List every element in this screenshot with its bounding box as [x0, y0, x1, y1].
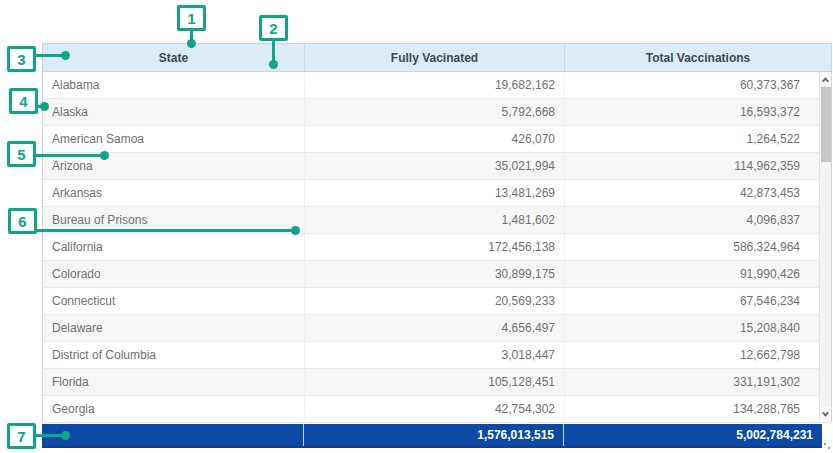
table-header-row: State Fully Vacinated Total Vaccinations [43, 44, 831, 72]
table-row[interactable]: District of Columbia 3,018,447 12,662,79… [43, 342, 831, 369]
callout-2: 2 [259, 15, 288, 41]
cell-fully-vaccinated: 35,021,994 [304, 153, 564, 179]
callout-1: 1 [177, 5, 206, 31]
cell-total-vaccinations: 91,990,426 [564, 261, 809, 287]
table-row[interactable]: Connecticut 20,569,233 67,546,234 [43, 288, 831, 315]
vertical-scrollbar[interactable] [819, 72, 831, 421]
cell-total-vaccinations: 586,324,964 [564, 234, 809, 260]
cell-total-vaccinations: 1,264,522 [564, 126, 809, 152]
cell-total-vaccinations: 4,096,837 [564, 207, 809, 233]
callout-5-dot [100, 151, 109, 160]
cell-fully-vaccinated: 3,018,447 [304, 342, 564, 368]
cell-state: American Samoa [43, 126, 304, 152]
callout-2-label: 2 [269, 20, 277, 37]
cell-fully-vaccinated: 30,899,175 [304, 261, 564, 287]
summary-cell-total-vaccinations: 5,002,784,231 [563, 424, 822, 446]
callout-2-connector [272, 41, 275, 61]
table-row[interactable]: Colorado 30,899,175 91,990,426 [43, 261, 831, 288]
table-row[interactable]: American Samoa 426,070 1,264,522 [43, 126, 831, 153]
cell-state: District of Columbia [43, 342, 304, 368]
resize-grip-dot [824, 443, 826, 445]
chevron-up-icon [822, 77, 829, 84]
cell-fully-vaccinated: 105,128,451 [304, 369, 564, 395]
callout-4: 4 [9, 88, 38, 114]
column-header-fully-vaccinated[interactable]: Fully Vacinated [304, 44, 564, 71]
callout-4-label: 4 [19, 93, 27, 110]
callout-7-connector [35, 434, 63, 437]
cell-state: Alaska [43, 99, 304, 125]
cell-total-vaccinations: 331,191,302 [564, 369, 809, 395]
cell-state: Georgia [43, 396, 304, 422]
cell-total-vaccinations: 16,593,372 [564, 99, 809, 125]
scroll-up-button[interactable] [820, 72, 831, 86]
callout-7: 7 [7, 423, 36, 449]
resize-grip-dot [828, 447, 830, 449]
column-header-state[interactable]: State [43, 44, 304, 71]
table-row[interactable]: Arizona 35,021,994 114,962,359 [43, 153, 831, 180]
table-row[interactable]: California 172,456,138 586,324,964 [43, 234, 831, 261]
callout-3-connector [35, 54, 63, 57]
scrollbar-thumb[interactable] [821, 87, 831, 162]
cell-total-vaccinations: 42,873,453 [564, 180, 809, 206]
callout-7-label: 7 [17, 428, 25, 445]
callout-5: 5 [7, 141, 36, 167]
cell-total-vaccinations: 15,208,840 [564, 315, 809, 341]
callout-6: 6 [8, 208, 37, 234]
table-row[interactable]: Delaware 4,656,497 15,208,840 [43, 315, 831, 342]
summary-cell-state [42, 424, 303, 446]
table-row[interactable]: Alaska 5,792,668 16,593,372 [43, 99, 831, 126]
callout-5-connector [35, 154, 102, 157]
cell-fully-vaccinated: 13,481,269 [304, 180, 564, 206]
cell-fully-vaccinated: 172,456,138 [304, 234, 564, 260]
attribute-table: State Fully Vacinated Total Vaccinations… [42, 43, 832, 422]
callout-1-dot [187, 39, 196, 48]
table-row[interactable]: Arkansas 13,481,269 42,873,453 [43, 180, 831, 207]
cell-fully-vaccinated: 42,754,302 [304, 396, 564, 422]
callout-6-connector [36, 229, 293, 232]
cell-fully-vaccinated: 4,656,497 [304, 315, 564, 341]
summary-cell-fully-vaccinated: 1,576,013,515 [303, 424, 563, 446]
cell-state: Colorado [43, 261, 304, 287]
callout-1-label: 1 [187, 10, 195, 27]
cell-total-vaccinations: 67,546,234 [564, 288, 809, 314]
callout-2-dot [269, 60, 278, 69]
table-body: Alabama 19,682,162 60,373,367 Alaska 5,7… [43, 72, 831, 423]
cell-total-vaccinations: 12,662,798 [564, 342, 809, 368]
cell-fully-vaccinated: 5,792,668 [304, 99, 564, 125]
callout-3-label: 3 [17, 51, 25, 68]
cell-state: California [43, 234, 304, 260]
cell-total-vaccinations: 134,288,765 [564, 396, 809, 422]
callout-3-dot [61, 51, 70, 60]
cell-total-vaccinations: 60,373,367 [564, 72, 809, 98]
callout-6-label: 6 [18, 213, 26, 230]
chevron-down-icon [822, 409, 829, 416]
cell-state: Connecticut [43, 288, 304, 314]
callout-3: 3 [7, 46, 36, 72]
callout-6-dot [291, 226, 300, 235]
table-row[interactable]: Georgia 42,754,302 134,288,765 [43, 396, 831, 423]
table-row[interactable]: Florida 105,128,451 331,191,302 [43, 369, 831, 396]
table-row[interactable]: Alabama 19,682,162 60,373,367 [43, 72, 831, 99]
callout-4-dot [40, 102, 49, 111]
cell-fully-vaccinated: 426,070 [304, 126, 564, 152]
cell-state: Arkansas [43, 180, 304, 206]
column-header-total-vaccinations[interactable]: Total Vaccinations [564, 44, 831, 71]
cell-fully-vaccinated: 19,682,162 [304, 72, 564, 98]
cell-state: Florida [43, 369, 304, 395]
scroll-down-button[interactable] [820, 407, 831, 421]
cell-state: Delaware [43, 315, 304, 341]
cell-fully-vaccinated: 1,481,602 [304, 207, 564, 233]
cell-state: Alabama [43, 72, 304, 98]
summary-row: 1,576,013,515 5,002,784,231 [42, 424, 822, 448]
callout-7-dot [61, 431, 70, 440]
cell-fully-vaccinated: 20,569,233 [304, 288, 564, 314]
cell-total-vaccinations: 114,962,359 [564, 153, 809, 179]
callout-5-label: 5 [17, 146, 25, 163]
